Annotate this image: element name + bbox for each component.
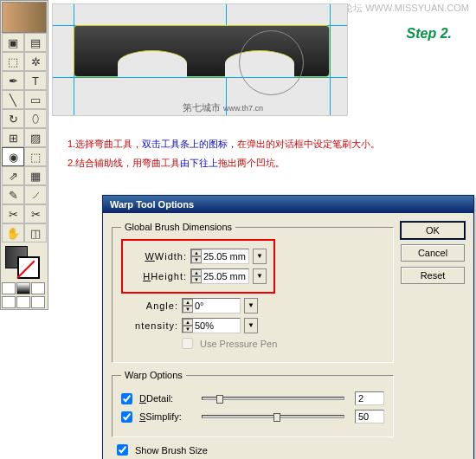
screen-mode-icon[interactable] <box>31 296 45 308</box>
tool-icon[interactable]: ⟋ <box>24 185 47 204</box>
detail-value[interactable] <box>355 391 384 405</box>
warp-brush-cursor <box>239 30 304 95</box>
tool-icon[interactable]: ⬚ <box>2 52 24 71</box>
simplify-value[interactable] <box>355 410 384 423</box>
simplify-label: SSimplify: <box>139 411 191 422</box>
tool-icon[interactable]: ✒ <box>2 71 24 90</box>
angle-dropdown[interactable]: ▼ <box>244 298 258 314</box>
dialog-title-bar[interactable]: Warp Tool Options <box>103 196 473 213</box>
width-input[interactable] <box>202 251 248 262</box>
step-label: Step 2. <box>407 26 452 42</box>
tool-icon[interactable]: ✂ <box>24 204 47 223</box>
group-legend: Warp Options <box>121 370 186 380</box>
simplify-checkbox[interactable] <box>121 411 132 423</box>
mini-swatch[interactable] <box>16 282 30 294</box>
tool-icon[interactable]: ▣ <box>2 33 24 52</box>
intensity-dropdown[interactable]: ▼ <box>244 318 258 333</box>
angle-spinner[interactable]: ▲▼ <box>182 298 241 314</box>
tool-icon[interactable]: ⇗ <box>2 166 24 185</box>
illustrator-toolbox: ▣▤⬚✲✒T╲▭↻⬯⊞▨◉⬚⇗▦✎⟋✂✂✋◫ <box>0 0 48 310</box>
angle-input[interactable] <box>193 301 240 311</box>
toolbox-thumbnail <box>2 2 47 33</box>
tool-icon[interactable]: ⬚ <box>24 147 47 166</box>
color-swatches[interactable] <box>2 244 47 281</box>
global-brush-dimensions-group: Global Brush Dimensions WWidth: ▲▼ ▼ HHe… <box>112 222 394 363</box>
reset-button[interactable]: Reset <box>401 267 465 284</box>
detail-slider[interactable] <box>202 397 344 400</box>
warp-options-group: Warp Options DDetail: SSimplify: <box>112 370 394 437</box>
tool-icon[interactable]: ✲ <box>24 52 47 71</box>
artboard-preview: 第七城市 www.th7.cn <box>52 3 348 116</box>
tool-icon[interactable]: ◫ <box>24 223 47 242</box>
tool-icon[interactable]: ▤ <box>24 33 47 52</box>
tool-icon[interactable]: ✂ <box>2 204 24 223</box>
show-brush-checkbox[interactable] <box>117 444 128 456</box>
height-spinner[interactable]: ▲▼ <box>190 268 249 284</box>
angle-label: Angle: <box>121 301 178 311</box>
simplify-slider[interactable] <box>202 415 344 418</box>
intensity-spinner[interactable]: ▲▼ <box>182 318 241 333</box>
tool-icon[interactable]: ↻ <box>2 109 24 128</box>
screen-mode-icon[interactable] <box>2 296 16 308</box>
show-brush-label: Show Brush Size <box>135 445 208 456</box>
tool-icon[interactable]: ✋ <box>2 223 24 242</box>
guide-vertical <box>330 4 331 115</box>
instructions: 1.选择弯曲工具，双击工具条上的图标，在弹出的对话框中设定笔刷大小。 2.结合辅… <box>68 134 380 172</box>
instruction-line-1: 1.选择弯曲工具，双击工具条上的图标，在弹出的对话框中设定笔刷大小。 <box>68 134 380 153</box>
tool-icon[interactable]: ▦ <box>24 166 47 185</box>
mini-swatch[interactable] <box>2 282 16 294</box>
tool-icon[interactable]: ◉ <box>2 147 24 166</box>
ok-button[interactable]: OK <box>401 222 465 239</box>
tool-icon[interactable]: ⊞ <box>2 128 24 147</box>
detail-checkbox[interactable] <box>121 393 132 404</box>
pressure-pen-checkbox <box>182 338 193 349</box>
width-spinner[interactable]: ▲▼ <box>190 249 249 264</box>
mini-swatch[interactable] <box>31 282 45 294</box>
guide-horizontal <box>53 77 347 78</box>
intensity-input[interactable] <box>193 320 240 331</box>
height-label: HHeight: <box>130 271 187 281</box>
canvas-watermark: 第七城市 www.th7.cn <box>183 101 263 114</box>
warp-tool-options-dialog: Warp Tool Options Global Brush Dimension… <box>102 195 474 459</box>
tool-icon[interactable]: ✎ <box>2 185 24 204</box>
tool-icon[interactable]: ╲ <box>2 90 24 109</box>
tool-icon[interactable]: T <box>24 71 47 90</box>
width-label: WWidth: <box>130 251 187 262</box>
intensity-label: ntensity: <box>121 320 178 331</box>
highlight-box: WWidth: ▲▼ ▼ HHeight: ▲▼ ▼ <box>121 239 275 294</box>
height-dropdown[interactable]: ▼ <box>253 268 267 284</box>
pressure-pen-label: Use Pressure Pen <box>200 339 277 349</box>
tool-icon[interactable]: ▭ <box>24 90 47 109</box>
stroke-swatch[interactable] <box>17 256 40 279</box>
screen-mode-icon[interactable] <box>16 296 30 308</box>
height-input[interactable] <box>202 271 248 281</box>
cancel-button[interactable]: Cancel <box>401 244 465 262</box>
width-dropdown[interactable]: ▼ <box>253 249 267 264</box>
tool-icon[interactable]: ▨ <box>24 128 47 147</box>
group-legend: Global Brush Dimensions <box>121 222 235 232</box>
detail-label: DDetail: <box>139 393 191 404</box>
instruction-line-2: 2.结合辅助线，用弯曲工具由下往上拖出两个凹坑。 <box>68 153 380 172</box>
tool-icon[interactable]: ⬯ <box>24 109 47 128</box>
